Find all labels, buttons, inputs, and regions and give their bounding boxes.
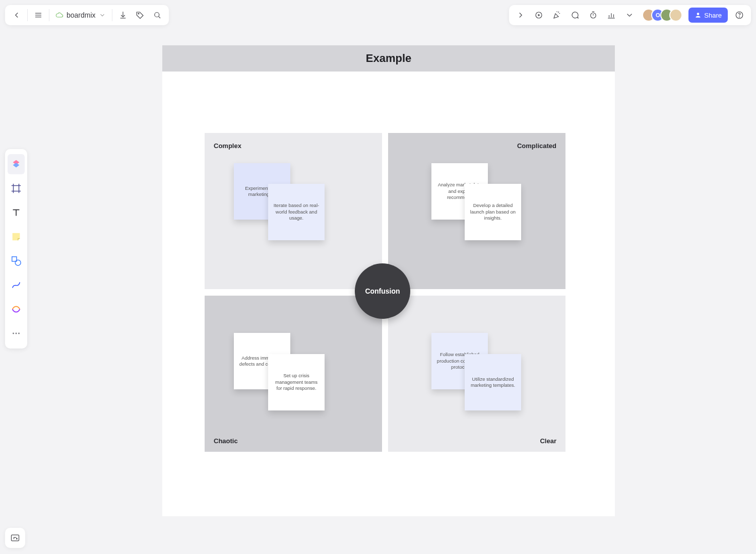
play-button[interactable] [530,7,547,24]
templates-tool[interactable] [8,154,25,174]
mindmap-tool[interactable] [8,299,25,319]
sticky-note[interactable]: Develop a detailed launch plan based on … [465,184,521,240]
tag-button[interactable] [132,7,149,24]
download-button[interactable] [114,7,132,24]
minimap-button[interactable] [5,528,25,548]
share-label: Share [704,12,722,19]
text-tool[interactable] [8,202,25,223]
frame-tool[interactable] [8,178,25,198]
svg-point-31 [16,333,17,334]
search-button[interactable] [149,7,166,24]
svg-point-19 [739,17,740,17]
svg-rect-33 [12,535,19,541]
connector-tool[interactable] [8,275,25,295]
sticky-note-text: Set up crisis management teams for rapid… [272,373,321,391]
svg-marker-21 [13,163,20,167]
svg-point-3 [138,13,139,14]
more-dropdown-button[interactable] [621,7,638,24]
chart-button[interactable] [603,7,620,24]
sticky-note-text: Iterate based on real-world feedback and… [272,202,321,221]
separator [49,9,49,21]
avatar[interactable] [669,9,682,22]
svg-marker-7 [538,14,541,17]
sticky-note[interactable]: Set up crisis management teams for rapid… [268,354,325,410]
quadrant-label: Clear [540,437,556,445]
left-tool-panel [5,149,27,349]
back-button[interactable] [8,7,25,24]
quadrant-label: Complicated [517,142,556,150]
svg-point-34 [17,538,18,539]
cloud-icon [55,11,64,19]
quadrant-label: Chaotic [214,437,238,445]
svg-line-9 [559,13,560,14]
help-button[interactable] [731,7,748,24]
center-confusion-circle[interactable]: Confusion [355,263,410,319]
sticky-note[interactable]: Utilize standardized marketing templates… [465,354,521,410]
svg-line-5 [158,17,160,18]
svg-point-32 [18,333,20,334]
sticky-note-tool[interactable] [8,227,25,247]
board-title-bar[interactable]: Example [162,45,615,72]
celebrate-button[interactable] [548,7,565,24]
svg-point-30 [13,333,14,334]
svg-line-8 [558,12,559,13]
more-tools-button[interactable] [8,323,25,343]
board-title: Example [366,52,412,65]
document-name-chip[interactable]: boardmix [51,7,110,24]
separator [112,9,112,21]
comment-button[interactable] [566,7,584,24]
sticky-note-text: Utilize standardized marketing templates… [469,376,517,389]
center-label: Confusion [365,287,400,295]
separator [27,9,28,21]
collaborator-avatars[interactable]: O [642,9,682,22]
quadrant-label: Complex [214,142,241,150]
avatar-initial: O [656,12,660,18]
sticky-note-text: Develop a detailed launch plan based on … [469,202,517,221]
top-right-toolbar: O Share [509,5,751,25]
share-button[interactable]: Share [688,8,728,23]
expand-button[interactable] [512,7,529,24]
menu-button[interactable] [30,7,47,24]
chevron-down-icon [99,12,106,19]
sticky-note[interactable]: Iterate based on real-world feedback and… [268,184,325,240]
svg-point-4 [154,13,159,17]
top-left-toolbar: boardmix [5,5,169,25]
document-name: boardmix [67,11,96,19]
timer-button[interactable] [585,7,602,24]
shape-tool[interactable] [8,251,25,271]
svg-point-29 [15,260,21,265]
